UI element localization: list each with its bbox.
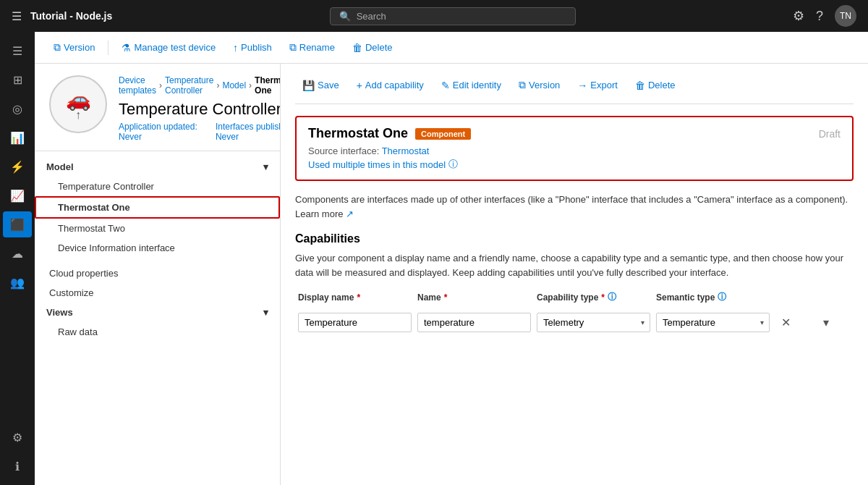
cloud-properties-header[interactable]: Cloud properties <box>35 263 280 283</box>
toolbar-divider-1 <box>108 41 109 55</box>
app-title: Tutorial - Node.js <box>30 10 112 22</box>
nav-item-temperature-controller[interactable]: Temperature Controller <box>35 177 280 196</box>
device-title: Temperature Controller <box>119 100 281 119</box>
manage-icon: ⚗ <box>122 42 131 54</box>
component-header: Thermostat One Component Draft <box>308 126 841 141</box>
learn-more-link[interactable]: ↗ <box>346 208 354 219</box>
capability-type-select[interactable]: Telemetry Property Command <box>537 313 650 332</box>
header-display-name: Display name * <box>298 291 412 303</box>
add-capability-button[interactable]: + Add capability <box>349 76 431 95</box>
cap-type-info-icon[interactable]: ⓘ <box>608 291 616 303</box>
main-area: ⧉ Version ⚗ Manage test device ↑ Publish… <box>35 32 868 485</box>
delete-row-button[interactable]: ✕ <box>775 312 796 332</box>
save-button[interactable]: 💾 Save <box>295 76 346 95</box>
component-description: Components are interfaces made up of oth… <box>295 193 854 221</box>
publish-button[interactable]: ↑ Publish <box>226 38 279 57</box>
model-section-header[interactable]: Model ▾ <box>35 157 280 177</box>
breadcrumb: Device templates › Temperature Controlle… <box>119 75 281 96</box>
customize-header[interactable]: Customize <box>35 283 280 303</box>
edit-identity-button[interactable]: ✎ Edit identity <box>434 76 509 95</box>
layout: ☰ ⊞ ◎ 📊 ⚡ 📈 ⬛ ☁ 👥 ⚙ ℹ ⧉ Version ⚗ Manage… <box>0 32 868 485</box>
capability-row: Telemetry Property Command ▾ Temperature… <box>295 309 854 335</box>
topbar: ☰ Tutorial - Node.js 🔍 Search ⚙ ? TN <box>0 0 868 32</box>
sidebar-nav-users[interactable]: 👥 <box>3 269 32 295</box>
nav-item-raw-data[interactable]: Raw data <box>35 322 280 342</box>
sidebar-nav-grid[interactable]: ⊞ <box>3 67 32 93</box>
gear-icon[interactable]: ⚙ <box>793 8 804 24</box>
component-badge: Component <box>415 128 471 140</box>
delete-action-button[interactable]: 🗑 Delete <box>628 76 683 95</box>
sidebar-nav-settings[interactable]: ⚙ <box>3 424 32 450</box>
display-name-input[interactable] <box>298 313 412 332</box>
sidebar-nav-lightning[interactable]: ⚡ <box>3 153 32 180</box>
semantic-type-info-icon[interactable]: ⓘ <box>718 291 726 303</box>
help-icon[interactable]: ? <box>816 9 823 24</box>
views-section-header[interactable]: Views ▾ <box>35 303 280 322</box>
component-source: Source interface: Thermostat <box>308 146 841 156</box>
version-action-button[interactable]: ⧉ Version <box>511 75 567 95</box>
sidebar-nav-chart[interactable]: 📊 <box>3 125 32 151</box>
breadcrumb-current: Thermostat One <box>255 75 281 96</box>
cap-display-name-cell <box>298 313 412 332</box>
capability-table-headers: Display name * Name * Capability type * … <box>295 291 854 303</box>
hamburger-icon[interactable]: ☰ <box>12 9 22 23</box>
content-body: 🚗 ↑ Device templates › Temperature Contr… <box>35 64 868 485</box>
model-nav-section: Model ▾ Temperature Controller Thermosta… <box>35 151 280 263</box>
delete-button[interactable]: 🗑 Delete <box>345 38 400 57</box>
rename-icon: ⧉ <box>289 41 297 54</box>
search-placeholder: Search <box>357 11 386 22</box>
sidebar-nav-cloud[interactable]: ☁ <box>3 240 32 266</box>
header-expand <box>816 291 851 303</box>
sidebar-nav-device[interactable]: ⬛ <box>3 211 32 237</box>
component-used[interactable]: Used multiple times in this model ⓘ <box>308 158 841 171</box>
topbar-icons: ⚙ ? TN <box>793 5 856 27</box>
device-icon-up: ↑ <box>75 109 81 122</box>
sidebar-bottom: ⚙ ℹ <box>3 424 32 485</box>
user-avatar[interactable]: TN <box>835 5 856 27</box>
model-label: Model <box>46 161 74 172</box>
required-star-2: * <box>444 292 448 303</box>
search-bar[interactable]: 🔍 Search <box>330 7 576 25</box>
delete-action-icon: 🗑 <box>635 80 645 91</box>
cap-capability-type-cell: Telemetry Property Command ▾ <box>537 313 650 332</box>
rename-button[interactable]: ⧉ Rename <box>282 38 342 57</box>
semantic-type-select[interactable]: Temperature Humidity None <box>656 313 770 332</box>
sidebar-nav-info[interactable]: ℹ <box>3 453 32 479</box>
manage-test-device-button[interactable]: ⚗ Manage test device <box>114 38 223 57</box>
nav-item-thermostat-one[interactable]: Thermostat One <box>35 196 280 219</box>
export-button[interactable]: → Export <box>570 76 625 95</box>
breadcrumb-model[interactable]: Model <box>222 80 246 90</box>
required-star-1: * <box>357 292 360 303</box>
publish-icon: ↑ <box>233 42 238 54</box>
cap-name-cell <box>417 313 531 332</box>
icon-sidebar: ☰ ⊞ ◎ 📊 ⚡ 📈 ⬛ ☁ 👥 ⚙ ℹ <box>0 32 35 485</box>
breadcrumb-sep2: › <box>216 80 219 90</box>
topbar-left: ☰ Tutorial - Node.js <box>12 9 112 23</box>
views-label: Views <box>46 307 73 318</box>
app-updated: Application updated: Never <box>119 122 204 142</box>
device-header-info: Device templates › Temperature Controlle… <box>119 75 281 142</box>
version-button[interactable]: ⧉ Version <box>46 38 102 57</box>
expand-row-button[interactable]: ▾ <box>816 312 836 332</box>
source-link[interactable]: Thermostat <box>382 146 430 156</box>
device-icon: 🚗 ↑ <box>49 75 107 133</box>
sidebar-nav-globe[interactable]: ◎ <box>3 96 32 122</box>
capabilities-title: Capabilities <box>295 232 854 245</box>
views-collapse-icon: ▾ <box>263 307 268 318</box>
main-toolbar: ⧉ Version ⚗ Manage test device ↑ Publish… <box>35 32 868 64</box>
name-input[interactable] <box>417 313 531 332</box>
nav-item-device-info[interactable]: Device Information interface <box>35 238 280 258</box>
sidebar-nav-analytics[interactable]: 📈 <box>3 182 32 208</box>
nav-item-thermostat-two[interactable]: Thermostat Two <box>35 219 280 238</box>
sidebar-nav-home[interactable]: ☰ <box>3 38 32 64</box>
header-capability-type: Capability type * ⓘ <box>537 291 650 303</box>
add-icon: + <box>357 80 362 91</box>
interfaces-published: Interfaces published: Never <box>216 122 281 142</box>
version-action-icon: ⧉ <box>519 79 526 91</box>
breadcrumb-device-templates[interactable]: Device templates <box>119 75 156 96</box>
component-title: Thermostat One <box>308 126 408 141</box>
device-meta: Application updated: Never Interfaces pu… <box>119 122 281 142</box>
pencil-icon: ✎ <box>441 80 450 91</box>
breadcrumb-temperature-controller[interactable]: Temperature Controller <box>165 75 213 96</box>
delete-icon: 🗑 <box>352 42 362 54</box>
